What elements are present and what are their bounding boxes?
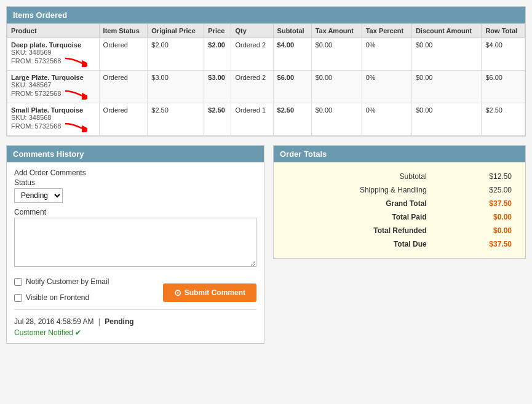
subtotal-cell: $6.00 (273, 71, 311, 103)
row-total-cell: $4.00 (482, 38, 525, 71)
totals-row: Total Paid $0.00 (284, 210, 515, 224)
total-label: Subtotal (284, 170, 431, 183)
total-label: Total Due (284, 237, 431, 251)
price-cell: $2.00 (204, 38, 231, 71)
total-label: Shipping & Handling (284, 183, 431, 197)
comments-body: Add Order Comments Status Pending Commen… (7, 162, 264, 343)
bottom-row: Comments History Add Order Comments Stat… (6, 145, 526, 352)
status-cell: Ordered (99, 38, 148, 71)
comments-history-section: Comments History Add Order Comments Stat… (6, 145, 264, 344)
customer-notified-label: Customer Notified (14, 328, 75, 337)
product-cell: Large Plate. Turquoise SKU: 348567 FROM:… (7, 71, 100, 103)
totals-row: Shipping & Handling $25.00 (284, 183, 515, 197)
subtotal-cell: $4.00 (273, 38, 311, 71)
items-ordered-section: Items Ordered Product Item Status Origin… (6, 6, 526, 137)
col-original-price: Original Price (148, 24, 204, 38)
totals-row: Grand Total $37.50 (284, 197, 515, 210)
history-date-text: Jul 28, 2016 4:58:59 AM (14, 317, 93, 326)
tax-percent-cell: 0% (362, 103, 411, 136)
totals-table: Subtotal $12.50 Shipping & Handling $25.… (284, 170, 515, 251)
customer-notified: Customer Notified ✔ (14, 328, 256, 337)
total-value: $0.00 (431, 210, 515, 224)
notify-customer-label: Notify Customer by Email (26, 277, 109, 286)
col-tax-amount: Tax Amount (311, 24, 362, 38)
checkmark-icon: ✔ (75, 328, 81, 337)
col-discount-amount: Discount Amount (411, 24, 482, 38)
col-row-total: Row Total (482, 24, 525, 38)
total-label: Total Refunded (284, 224, 431, 237)
total-value: $0.00 (431, 224, 515, 237)
total-value: $37.50 (431, 237, 515, 251)
items-table: Product Item Status Original Price Price… (7, 23, 525, 136)
history-entry: Jul 28, 2016 4:58:59 AM | Pending Custom… (14, 317, 256, 337)
total-value: $25.00 (431, 183, 515, 197)
comments-history-title: Comments History (13, 149, 84, 159)
history-status-text: Pending (105, 317, 133, 326)
total-value: $12.50 (431, 170, 515, 183)
qty-cell: Ordered 2 (231, 71, 273, 103)
comment-textarea[interactable] (14, 218, 256, 267)
order-totals-header: Order Totals (274, 146, 525, 162)
divider (14, 309, 256, 310)
total-label: Total Paid (284, 210, 431, 224)
checkbox-submit-row: Notify Customer by Email Visible on Fron… (14, 272, 256, 302)
discount-amount-cell: $0.00 (411, 103, 482, 136)
total-value: $37.50 (431, 197, 515, 210)
table-row: Large Plate. Turquoise SKU: 348567 FROM:… (7, 71, 525, 103)
tax-percent-cell: 0% (362, 71, 411, 103)
price-cell: $3.00 (204, 71, 231, 103)
row-total-cell: $2.50 (482, 103, 525, 136)
submit-comment-button[interactable]: ⊙ Submit Comment (163, 283, 256, 302)
original-price-cell: $2.00 (148, 38, 204, 71)
items-ordered-header: Items Ordered (7, 7, 525, 23)
items-ordered-title: Items Ordered (13, 10, 67, 20)
col-price: Price (204, 24, 231, 38)
col-item-status: Item Status (99, 24, 148, 38)
totals-body: Subtotal $12.50 Shipping & Handling $25.… (274, 162, 525, 258)
product-cell: Deep plate. Turquoise SKU: 348569 FROM: … (7, 38, 100, 71)
order-totals-title: Order Totals (280, 149, 327, 159)
tax-amount-cell: $0.00 (311, 38, 362, 71)
history-date: Jul 28, 2016 4:58:59 AM | Pending (14, 317, 256, 326)
tax-amount-cell: $0.00 (311, 71, 362, 103)
col-subtotal: Subtotal (273, 24, 311, 38)
tax-percent-cell: 0% (362, 38, 411, 71)
visible-frontend-checkbox[interactable] (14, 294, 22, 302)
comment-label: Comment (14, 208, 256, 216)
table-row: Deep plate. Turquoise SKU: 348569 FROM: … (7, 38, 525, 71)
visible-frontend-row: Visible on Frontend (14, 293, 109, 302)
submit-icon: ⊙ (174, 288, 181, 298)
notify-customer-row: Notify Customer by Email (14, 277, 109, 286)
qty-cell: Ordered 1 (231, 103, 273, 136)
order-totals-section: Order Totals Subtotal $12.50 Shipping & … (273, 145, 526, 259)
add-order-comments-label: Add Order Comments (14, 168, 256, 177)
original-price-cell: $3.00 (148, 71, 204, 103)
totals-row: Total Refunded $0.00 (284, 224, 515, 237)
original-price-cell: $2.50 (148, 103, 204, 136)
product-cell: Small Plate. Turquoise SKU: 348568 FROM:… (7, 103, 100, 136)
table-row: Small Plate. Turquoise SKU: 348568 FROM:… (7, 103, 525, 136)
tax-amount-cell: $0.00 (311, 103, 362, 136)
comments-history-header: Comments History (7, 146, 264, 162)
totals-row: Total Due $37.50 (284, 237, 515, 251)
status-label: Status (14, 178, 256, 187)
visible-frontend-label: Visible on Frontend (26, 293, 89, 302)
col-qty: Qty (231, 24, 273, 38)
row-total-cell: $6.00 (482, 71, 525, 103)
subtotal-cell: $2.50 (273, 103, 311, 136)
totals-row: Subtotal $12.50 (284, 170, 515, 183)
col-product: Product (7, 24, 100, 38)
history-pipe: | (98, 317, 102, 326)
price-cell: $2.50 (204, 103, 231, 136)
discount-amount-cell: $0.00 (411, 71, 482, 103)
notify-customer-checkbox[interactable] (14, 278, 22, 286)
checkboxes-col: Notify Customer by Email Visible on Fron… (14, 272, 109, 302)
qty-cell: Ordered 2 (231, 38, 273, 71)
discount-amount-cell: $0.00 (411, 38, 482, 71)
status-cell: Ordered (99, 103, 148, 136)
submit-comment-label: Submit Comment (185, 288, 245, 297)
status-select[interactable]: Pending (14, 188, 63, 203)
col-tax-percent: Tax Percent (362, 24, 411, 38)
total-label: Grand Total (284, 197, 431, 210)
status-cell: Ordered (99, 71, 148, 103)
